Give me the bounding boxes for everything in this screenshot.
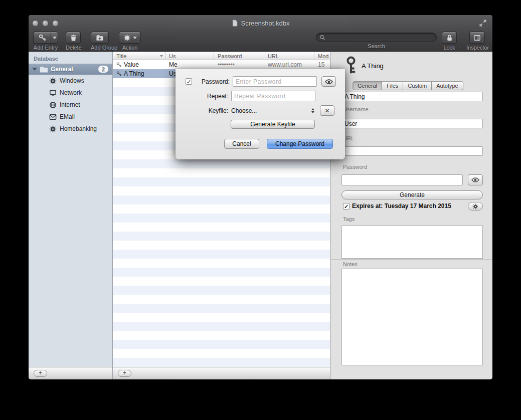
column-header-modified[interactable]: Mod — [314, 52, 330, 60]
toolbar-search: Search — [316, 32, 437, 49]
search-icon — [319, 35, 325, 41]
sidebar-item-homebanking[interactable]: Homebanking — [29, 123, 112, 135]
eye-icon — [471, 177, 479, 182]
sidebar-group-general[interactable]: General 2 — [29, 64, 112, 75]
password-checkbox[interactable]: ✓ — [186, 78, 192, 85]
expires-settings-button[interactable] — [468, 202, 483, 211]
title-field[interactable] — [341, 92, 483, 101]
key-icon — [343, 56, 360, 74]
toolbar-add-entry: Add Entry — [33, 32, 58, 51]
envelope-icon — [49, 113, 57, 121]
fullscreen-icon[interactable] — [479, 19, 487, 27]
gear-icon — [49, 77, 57, 85]
search-input[interactable] — [327, 34, 433, 41]
show-password-button[interactable] — [468, 174, 483, 185]
lock-button[interactable] — [442, 32, 457, 44]
url-field[interactable] — [341, 146, 483, 156]
enter-password-input[interactable] — [233, 76, 317, 87]
eye-icon — [325, 79, 333, 84]
tab-files[interactable]: Files — [382, 81, 403, 90]
username-label: Username — [343, 106, 369, 112]
tab-autotype[interactable]: Autotype — [432, 81, 463, 90]
tab-custom[interactable]: Custom — [403, 81, 432, 90]
display-icon — [49, 89, 57, 97]
delete-button[interactable] — [66, 32, 81, 44]
chevron-down-icon — [133, 37, 137, 39]
inspector-button[interactable] — [469, 32, 485, 44]
sidebar-item-label: Windows — [60, 77, 84, 84]
toolbar-lock: Lock — [442, 32, 457, 51]
popup-stepper-icon — [311, 108, 315, 113]
action-label: Action — [119, 45, 141, 51]
expires-checkbox[interactable]: ✓ — [343, 203, 350, 209]
sidebar-item-windows[interactable]: Windows — [29, 75, 112, 87]
change-password-dialog: ✓ Password: Repeat: Keyfile: Choose... ✕… — [176, 69, 345, 159]
delete-label: Delete — [66, 45, 82, 51]
sidebar: Database General 2 Windows Network Inter… — [29, 52, 113, 367]
expires-label: Expires at: Tuesday 17 March 2015 — [352, 202, 451, 209]
toolbar-add-group: Add Group — [91, 32, 117, 51]
username-field[interactable] — [341, 119, 483, 128]
panel-icon — [473, 34, 481, 42]
add-group-button[interactable] — [91, 32, 109, 44]
add-group-label: Add Group — [91, 45, 117, 51]
sidebar-item-label: EMail — [60, 113, 75, 120]
notes-label: Notes — [343, 261, 358, 267]
tab-general[interactable]: General — [353, 81, 382, 90]
sidebar-header: Database — [29, 52, 112, 64]
sidebar-item-label: Network — [60, 89, 82, 96]
generate-keyfile-button[interactable]: Generate Keyfile — [231, 120, 315, 129]
section-divider — [330, 259, 492, 260]
key-icon — [116, 71, 122, 77]
add-entry-footer-button[interactable]: + — [118, 370, 131, 377]
cancel-button[interactable]: Cancel — [224, 139, 259, 149]
table-row[interactable]: Value Me •••••••• www.url.com 15 — [113, 60, 330, 69]
column-header-url[interactable]: URL — [264, 52, 314, 60]
change-password-button[interactable]: Change Password — [267, 139, 333, 149]
show-password-button[interactable] — [321, 76, 336, 87]
dialog-repeat-label: Repeat: — [186, 93, 228, 100]
keyfile-popup[interactable]: Choose... — [231, 105, 315, 116]
sidebar-item-network[interactable]: Network — [29, 87, 112, 99]
inspector-tabs: General Files Custom Autotype — [353, 81, 463, 90]
add-entry-button[interactable] — [33, 32, 51, 44]
add-entry-label: Add Entry — [33, 45, 58, 51]
keyfile-value: Choose... — [231, 107, 257, 114]
globe-icon — [49, 101, 57, 109]
generate-button[interactable]: Generate — [341, 190, 483, 199]
gear-icon — [123, 34, 131, 42]
tags-input[interactable] — [341, 226, 483, 259]
folder-plus-icon — [96, 34, 104, 42]
inspector-entry-title: A Thing — [362, 62, 384, 70]
password-field[interactable] — [341, 174, 463, 185]
dialog-password-label: Password: — [196, 78, 230, 85]
repeat-password-input[interactable] — [231, 91, 315, 101]
gear-icon — [472, 203, 478, 209]
add-entry-dropdown[interactable] — [51, 32, 58, 44]
key-icon — [116, 62, 122, 68]
column-header-username[interactable]: Us — [165, 52, 214, 60]
column-header-title[interactable]: Title — [113, 52, 165, 60]
document-icon — [232, 19, 239, 27]
toolbar-action: Action — [119, 32, 141, 51]
toolbar-inspector: Inspector — [466, 32, 489, 51]
action-button[interactable] — [119, 32, 141, 44]
app-window: Screenshot.kdbx Add Entry Delete Add Gro… — [29, 15, 492, 379]
disclosure-triangle-icon[interactable] — [32, 68, 37, 71]
sidebar-item-internet[interactable]: Internet — [29, 99, 112, 111]
lock-icon — [446, 34, 453, 42]
sort-indicator-icon — [160, 55, 163, 57]
column-header-password[interactable]: Password — [214, 52, 264, 60]
sidebar-item-email[interactable]: EMail — [29, 111, 112, 123]
clear-keyfile-button[interactable]: ✕ — [320, 105, 334, 116]
dialog-keyfile-label: Keyfile: — [186, 107, 228, 114]
group-label: General — [51, 66, 73, 73]
trash-icon — [70, 34, 77, 42]
list-header: Title Us Password URL Mod — [113, 52, 330, 60]
sidebar-item-label: Homebanking — [60, 125, 97, 132]
notes-input[interactable] — [341, 269, 483, 365]
add-group-footer-button[interactable]: + — [34, 370, 47, 377]
list-footer: + — [113, 367, 330, 379]
sidebar-item-label: Internet — [60, 101, 80, 108]
password-label: Password — [343, 164, 367, 170]
